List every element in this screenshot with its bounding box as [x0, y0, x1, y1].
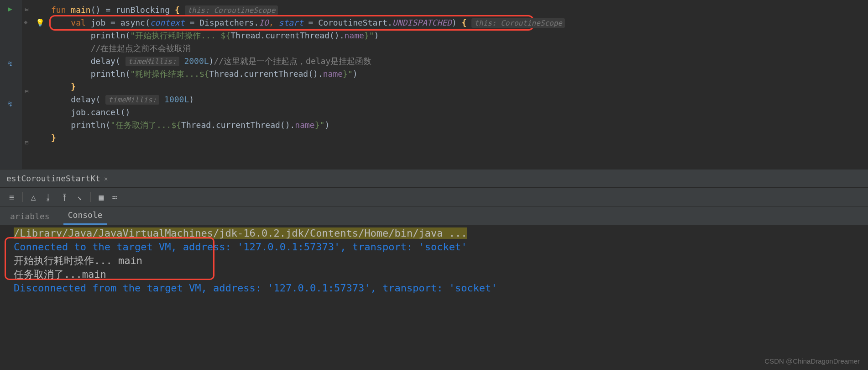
suspend-gutter-icon[interactable]: ↯ [5, 59, 15, 68]
hint-scope-1: this: CoroutineScope [185, 5, 278, 15]
breakpoint-icon[interactable]: ◆ [24, 18, 27, 26]
settings-icon[interactable]: ≕ [112, 192, 117, 202]
console-line-2: Connected to the target VM, address: '12… [14, 240, 864, 254]
console-line-4: 任务取消了...main [14, 268, 864, 281]
fold-icon[interactable]: ⊟ [25, 5, 28, 13]
editor: ▶ ↯ ↯ ⊟ ◆ 💡 ⊟ ⊟ fun main() = runBlocking… [0, 0, 868, 169]
code-line-8: delay( timeMillis: 1000L) [49, 93, 868, 106]
run-config-tab[interactable]: estCoroutineStartKt ✕ [2, 171, 112, 186]
bulb-icon[interactable]: 💡 [36, 18, 45, 27]
step-icon[interactable]: ↘ [77, 192, 82, 202]
code-area[interactable]: fun main() = runBlocking { this: Corouti… [49, 0, 868, 169]
up-icon[interactable]: ⭱ [61, 192, 69, 202]
run-gutter-icon[interactable]: ▶ [5, 5, 15, 13]
filter-icon[interactable]: ≡ [9, 192, 14, 202]
up-stack-icon[interactable]: △ [31, 192, 36, 202]
console-output[interactable]: /Library/Java/JavaVirtualMachines/jdk-16… [0, 225, 868, 370]
console-line-5: Disconnected from the target VM, address… [14, 281, 864, 295]
code-line-7: } [49, 80, 868, 93]
close-icon[interactable]: ✕ [104, 175, 108, 182]
console-tab[interactable]: Console [63, 206, 107, 225]
fold-close-icon[interactable]: ⊟ [25, 88, 28, 95]
code-line-3: println("开始执行耗时操作... ${Thread.currentThr… [49, 29, 868, 42]
console-toolbar: ≡ △ ⭳ ⭱ ↘ ▦ ≕ [0, 187, 868, 206]
suspend-gutter-icon-2[interactable]: ↯ [5, 100, 15, 108]
down-icon[interactable]: ⭳ [44, 192, 52, 202]
run-tab-bar: estCoroutineStartKt ✕ [0, 169, 868, 187]
fold-close-icon-2[interactable]: ⊟ [25, 139, 28, 146]
code-line-6: println("耗时操作结束...${Thread.currentThread… [49, 68, 868, 80]
gutter: ▶ ↯ ↯ [0, 0, 22, 169]
tab-label: estCoroutineStartKt [6, 174, 100, 183]
code-line-1: fun main() = runBlocking { this: Corouti… [49, 4, 868, 16]
console-line-3: 开始执行耗时操作... main [14, 254, 864, 268]
code-line-5: delay( timeMillis: 2000L)//这里就是一个挂起点，del… [49, 55, 868, 68]
separator-2 [90, 192, 91, 202]
hint-scope-2: this: CoroutineScope [471, 18, 565, 28]
fold-column: ⊟ ◆ 💡 ⊟ ⊟ [22, 0, 49, 169]
code-line-9: job.cancel() [49, 106, 868, 119]
variables-tab[interactable]: ariables [5, 208, 54, 225]
separator [22, 192, 23, 202]
watermark: CSDN @ChinaDragonDreamer [764, 354, 860, 368]
console-line-1: /Library/Java/JavaVirtualMachines/jdk-16… [14, 227, 864, 240]
grid-icon[interactable]: ▦ [99, 192, 104, 202]
console-subtabs: ariables Console [0, 206, 868, 225]
code-line-4: //在挂起点之前不会被取消 [49, 42, 868, 55]
code-line-10: println("任务取消了...${Thread.currentThread(… [49, 119, 868, 132]
code-line-11: } [49, 132, 868, 144]
code-line-2: val job = async(context = Dispatchers.IO… [49, 16, 868, 29]
